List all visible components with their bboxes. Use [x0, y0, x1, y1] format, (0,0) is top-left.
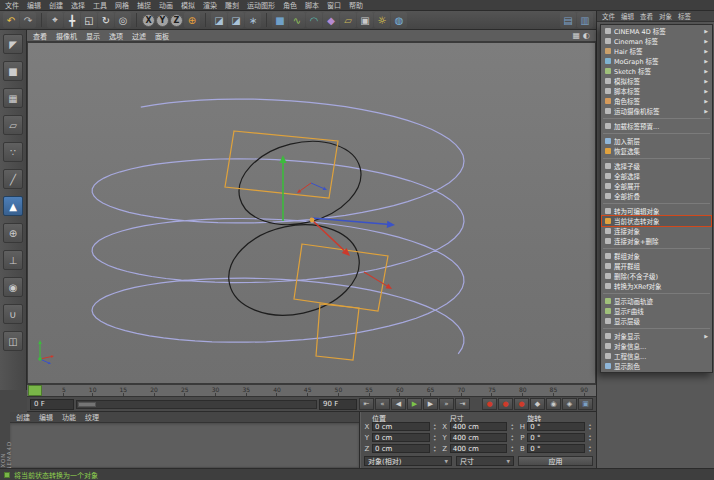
coord-field-input[interactable]: 400 cm — [450, 444, 508, 453]
context-menu-item[interactable]: 选择子级 — [602, 161, 711, 171]
rectangle-spline[interactable] — [225, 131, 338, 198]
context-menu-item[interactable]: 恢复选集 — [602, 146, 711, 156]
coord-field-input[interactable]: 0 cm — [372, 422, 430, 431]
gizmo-x-axis-2-head[interactable] — [385, 284, 392, 289]
context-menu-item[interactable]: 加入新层 — [602, 136, 711, 146]
coords-size-dropdown[interactable]: 尺寸 — [456, 456, 514, 466]
context-menu-item[interactable]: 连接对象 — [602, 226, 711, 236]
materials-tab[interactable]: 编辑 — [39, 412, 53, 422]
context-menu-item[interactable]: 全部折叠 — [602, 191, 711, 201]
grid-toggle-icon[interactable]: ▦ — [572, 31, 580, 40]
coord-field-input[interactable]: 0 ° — [527, 422, 585, 431]
context-menu-item[interactable]: 转为可编辑对象 — [602, 206, 711, 216]
context-menu-item[interactable]: 工程信息... — [602, 351, 711, 361]
record-keyframe-button[interactable]: ● — [482, 398, 497, 410]
menubar-item[interactable]: 网格 — [115, 0, 129, 10]
viewport-canvas[interactable] — [27, 42, 596, 384]
context-menu-item[interactable]: 角色标签▶ — [602, 96, 711, 106]
context-menu-item[interactable]: 连接对象+删除 — [602, 236, 711, 246]
next-frame-button[interactable]: ▶ — [423, 398, 438, 410]
context-menu-item[interactable]: 显示F曲线 — [602, 306, 711, 316]
spinner-arrows[interactable]: ▴▾ — [587, 445, 593, 452]
menubar-item[interactable]: 脚本 — [305, 0, 319, 10]
lock-workplane-icon[interactable]: ◫ — [3, 331, 23, 351]
gizmo-z-axis-head[interactable] — [387, 221, 395, 228]
gizmo-handle-dot[interactable] — [38, 357, 42, 361]
spinner-arrows[interactable]: ▴▾ — [432, 445, 438, 452]
z-axis-lock-button[interactable]: Z — [170, 14, 183, 27]
context-menu-item[interactable]: 对象信息... — [602, 341, 711, 351]
coord-field-input[interactable]: 0 ° — [527, 444, 585, 453]
record-position-button[interactable]: ● — [514, 398, 529, 410]
materials-tab[interactable]: 创建 — [16, 412, 30, 422]
y-axis-lock-button[interactable]: Y — [156, 14, 169, 27]
model-mode-icon[interactable]: ■ — [3, 61, 23, 81]
layout-interface-icon[interactable]: ▤ — [560, 12, 576, 28]
materials-tab[interactable]: 纹理 — [85, 412, 99, 422]
context-menu-item[interactable]: 全部展开 — [602, 181, 711, 191]
viewport-menu-item[interactable]: 显示 — [86, 31, 100, 41]
menubar-item[interactable]: 工具 — [93, 0, 107, 10]
coord-field-input[interactable]: 0 cm — [372, 444, 430, 453]
gizmo-y-axis-head[interactable] — [279, 155, 286, 163]
context-menu-item[interactable]: 群组对象 — [602, 251, 711, 261]
context-menu-item[interactable]: 全部选择 — [602, 171, 711, 181]
object-manager-menu-item[interactable]: 编辑 — [621, 11, 634, 21]
world-axis-y-head[interactable] — [38, 340, 42, 344]
menubar-item[interactable]: 雕刻 — [225, 0, 239, 10]
context-menu-item[interactable]: 显示层级 — [602, 316, 711, 326]
record-rotation-button[interactable]: ◉ — [546, 398, 561, 410]
add-spline-button[interactable]: ∿ — [289, 12, 305, 28]
context-menu-item[interactable]: 脚本标签▶ — [602, 86, 711, 96]
coord-field-input[interactable]: 0 cm — [372, 433, 430, 442]
goto-start-button[interactable]: ⇤ — [359, 398, 374, 410]
add-modifier-button[interactable]: ◆ — [323, 12, 339, 28]
menubar-item[interactable]: 捕捉 — [137, 0, 151, 10]
render-settings-button[interactable]: ∗ — [245, 12, 261, 28]
timeline-slider-handle[interactable] — [78, 402, 96, 407]
record-pla-button[interactable]: ▣ — [578, 398, 593, 410]
render-view-button[interactable]: ◪ — [211, 12, 227, 28]
prev-frame-button[interactable]: ◀ — [391, 398, 406, 410]
menubar-item[interactable]: 模拟 — [181, 0, 195, 10]
spinner-arrows[interactable]: ▴▾ — [587, 423, 593, 430]
spinner-arrows[interactable]: ▴▾ — [587, 434, 593, 441]
texture-mode-icon[interactable]: ▦ — [3, 88, 23, 108]
render-picture-viewer-button[interactable]: ◪ — [228, 12, 244, 28]
context-menu-item[interactable]: Sketch 标签▶ — [602, 66, 711, 76]
frame-end-field[interactable]: 90 F — [319, 399, 357, 410]
context-menu-item[interactable]: Hair 标签▶ — [602, 46, 711, 56]
context-menu-item[interactable]: 转换为XRef对象 — [602, 281, 711, 291]
add-cube-button[interactable]: ■ — [272, 12, 288, 28]
viewport-menu-item[interactable]: 选项 — [109, 31, 123, 41]
gizmo-handle-dot[interactable] — [310, 218, 315, 223]
rectangle-spline[interactable] — [316, 304, 359, 360]
add-camera-button[interactable]: ▣ — [357, 12, 373, 28]
last-tool-icon[interactable]: ◎ — [115, 12, 131, 28]
coord-field-input[interactable]: 0 ° — [527, 433, 585, 442]
materials-list[interactable] — [10, 423, 359, 467]
context-menu-item[interactable]: 显示颜色 — [602, 361, 711, 371]
context-menu-item[interactable]: Cineman 标签▶ — [602, 36, 711, 46]
menubar-item[interactable]: 创建 — [49, 0, 63, 10]
viewport-menu-item[interactable]: 面板 — [155, 31, 169, 41]
spinner-arrows[interactable]: ▴▾ — [509, 445, 515, 452]
menubar-item[interactable]: 角色 — [283, 0, 297, 10]
spinner-arrows[interactable]: ▴▾ — [432, 423, 438, 430]
coord-field-input[interactable]: 400 cm — [450, 422, 508, 431]
object-manager-menu-item[interactable]: 查看 — [640, 11, 653, 21]
make-editable-icon[interactable]: ◤ — [3, 34, 23, 54]
timeline-slider[interactable] — [76, 400, 317, 409]
coordinate-system-icon[interactable]: ⊕ — [184, 12, 200, 28]
points-mode-icon[interactable]: ∵ — [3, 142, 23, 162]
context-menu-item[interactable]: 删除(不含子级) — [602, 271, 711, 281]
context-menu-item[interactable]: 运动摄像机标签▶ — [602, 106, 711, 116]
scale-tool-icon[interactable]: ◱ — [81, 12, 97, 28]
timeline-playhead[interactable] — [28, 385, 42, 396]
record-scale-button[interactable]: ◆ — [530, 398, 545, 410]
spinner-arrows[interactable]: ▴▾ — [432, 434, 438, 441]
frame-start-field[interactable]: 0 F — [30, 399, 74, 410]
live-selection-icon[interactable]: ⌖ — [47, 12, 63, 28]
viewport-solo-icon[interactable]: ◉ — [3, 277, 23, 297]
menubar-item[interactable]: 选择 — [71, 0, 85, 10]
